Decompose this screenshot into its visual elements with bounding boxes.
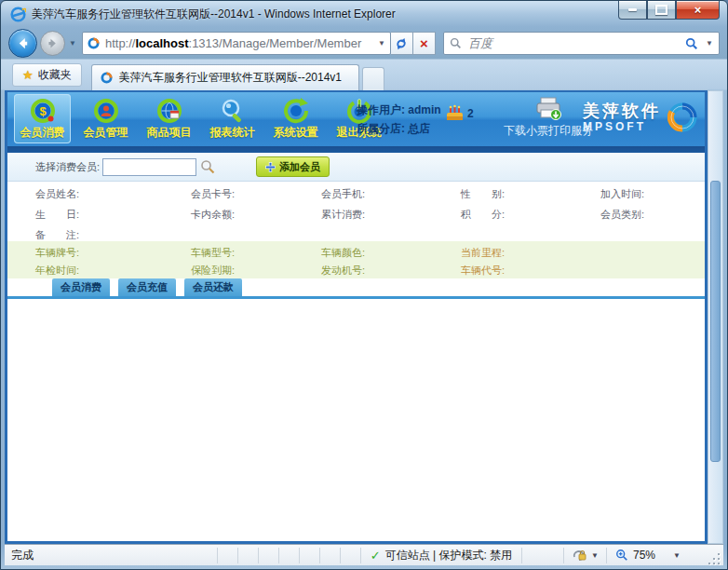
status-cell — [340, 548, 360, 563]
search-go-icon[interactable] — [685, 37, 698, 50]
favorites-button[interactable]: ★ 收藏夹 — [12, 63, 82, 87]
member-manage-icon — [93, 98, 119, 124]
brand-texts: 美萍软件 MPSOFT — [583, 102, 661, 133]
empty-content-area — [7, 302, 705, 541]
field-current-mileage: 当前里程: — [461, 246, 505, 260]
title-bar: 美萍汽车服务行业管理软件互联网版--2014v1 - Windows Inter… — [1, 1, 727, 27]
report-stats-icon — [220, 98, 246, 124]
nav-item-member-consume[interactable]: $ 会员消费 — [14, 94, 71, 143]
birthday-reminder[interactable]: 2 — [445, 104, 474, 123]
add-member-label: 添加会员 — [279, 160, 320, 174]
scrollbar-thumb[interactable] — [710, 181, 721, 462]
stop-icon: × — [420, 36, 428, 50]
field-member-card: 会员卡号: — [191, 187, 235, 201]
maximize-icon — [655, 5, 667, 15]
minimize-button[interactable] — [618, 1, 647, 20]
nav-item-system-settings[interactable]: 系统设置 — [267, 94, 324, 143]
field-vehicle-code: 车辆代号: — [461, 264, 505, 278]
protected-mode-button[interactable]: ▼ — [563, 548, 606, 563]
field-member-type: 会员类别: — [600, 208, 644, 222]
vehicle-info-section: 车辆牌号: 车辆型号: 车辆颜色: 当前里程: 年检时间: 保险到期: 发动机号… — [7, 241, 705, 278]
status-cell — [278, 548, 299, 563]
search-dropdown[interactable]: ▼ — [706, 39, 713, 48]
tab-member-recharge[interactable]: 会员充值 — [118, 278, 176, 296]
close-icon: × — [694, 4, 702, 16]
search-input[interactable] — [466, 35, 685, 51]
member-info-section: 会员姓名: 会员卡号: 会员手机: 性 别: 加入时间: 生 日: 卡内余额: … — [7, 182, 705, 241]
stop-button[interactable]: × — [413, 32, 436, 55]
zoom-level: 75% — [633, 549, 655, 562]
nav-item-member-manage[interactable]: 会员管理 — [77, 94, 134, 143]
close-button[interactable]: × — [676, 1, 720, 20]
field-plate-no: 车辆牌号: — [35, 246, 79, 260]
tab-member-consume[interactable]: 会员消费 — [52, 278, 110, 296]
favorites-tab-bar: ★ 收藏夹 美萍汽车服务行业管理软件互联网版--2014v1 — [1, 60, 727, 90]
zoom-control[interactable]: 75% ▼ — [606, 548, 702, 563]
nav-item-label: 报表统计 — [210, 125, 255, 141]
navigation-bar: ▼ http://localhost:1313/Manage/Member/Me… — [1, 27, 727, 60]
download-label: 下载小票打印服务 — [504, 123, 593, 139]
nav-item-report-stats[interactable]: 报表统计 — [204, 94, 261, 143]
field-remark: 备 注: — [35, 228, 79, 242]
back-button[interactable] — [8, 29, 37, 58]
field-engine-no: 发动机号: — [321, 264, 365, 278]
url-prefix: http:// — [105, 36, 136, 50]
refresh-button[interactable] — [391, 32, 413, 55]
new-tab-stub[interactable] — [362, 67, 384, 90]
field-inspection-time: 年检时间: — [35, 264, 79, 278]
status-cell — [237, 548, 258, 563]
add-member-button[interactable]: 添加会员 — [256, 156, 330, 177]
nav-item-label: 商品项目 — [147, 125, 192, 141]
svg-text:$: $ — [39, 104, 47, 118]
status-cell — [258, 548, 278, 563]
status-cell — [299, 548, 319, 563]
printer-icon — [535, 97, 561, 121]
operator-value: admin — [408, 103, 440, 116]
resize-grip[interactable] — [708, 552, 721, 565]
field-vehicle-color: 车辆颜色: — [321, 246, 365, 260]
refresh-icon — [395, 37, 408, 50]
address-dropdown[interactable]: ▼ — [378, 39, 385, 48]
field-gender: 性 别: — [461, 187, 505, 201]
address-bar[interactable]: http://localhost:1313/Manage/Member/Memb… — [82, 32, 391, 55]
recent-pages-dropdown[interactable]: ▼ — [69, 39, 76, 48]
url-host: localhost — [135, 36, 188, 50]
field-card-balance: 卡内余额: — [191, 208, 235, 222]
favorites-label: 收藏夹 — [38, 67, 72, 83]
status-text: 完成 — [11, 548, 217, 563]
page-tab[interactable]: 美萍汽车服务行业管理软件互联网版--2014v1 — [91, 64, 359, 90]
app-toolbar: $ 会员消费 会员管理 — [7, 92, 705, 146]
status-cell — [521, 548, 563, 563]
birthday-count: 2 — [467, 107, 474, 120]
vertical-scrollbar[interactable] — [708, 90, 723, 544]
brand-name: 美萍软件 — [583, 102, 661, 121]
maximize-button[interactable] — [647, 1, 676, 20]
minimize-icon — [628, 8, 637, 11]
security-zone[interactable]: ✓ 可信站点 | 保护模式: 禁用 — [360, 548, 521, 563]
member-select-row: 选择消费会员: 添加会员 — [7, 153, 705, 182]
browser-window: 美萍汽车服务行业管理软件互联网版--2014v1 - Windows Inter… — [0, 0, 728, 570]
birthday-cake-icon — [445, 104, 465, 123]
field-total-consume: 累计消费: — [321, 208, 365, 222]
operator-info: 操作用户: admin 所属分店: 总店 — [357, 101, 441, 138]
branch-label: 所属分店: — [357, 122, 405, 135]
goods-project-icon — [156, 98, 182, 124]
brand-logo: 美萍软件 MPSOFT — [583, 102, 697, 133]
status-cell — [217, 548, 237, 563]
brand-sphere-icon — [667, 102, 697, 132]
window-controls: × — [618, 1, 720, 20]
page-tab-title: 美萍汽车服务行业管理软件互联网版--2014v1 — [119, 70, 342, 86]
nav-item-goods-project[interactable]: 商品项目 — [141, 94, 197, 143]
site-favicon — [88, 37, 100, 49]
member-lookup-icon[interactable] — [200, 159, 215, 174]
toolbar-divider — [7, 146, 705, 153]
tab-member-repay[interactable]: 会员还款 — [184, 278, 242, 296]
back-arrow-icon — [16, 36, 30, 50]
member-select-label: 选择消费会员: — [35, 160, 100, 174]
zoom-icon — [615, 549, 628, 562]
record-tabs: 会员消费 会员充值 会员还款 — [7, 278, 705, 299]
star-icon: ★ — [22, 69, 34, 81]
forward-button[interactable] — [40, 31, 65, 56]
field-member-name: 会员姓名: — [35, 187, 79, 201]
member-search-input[interactable] — [102, 158, 196, 176]
